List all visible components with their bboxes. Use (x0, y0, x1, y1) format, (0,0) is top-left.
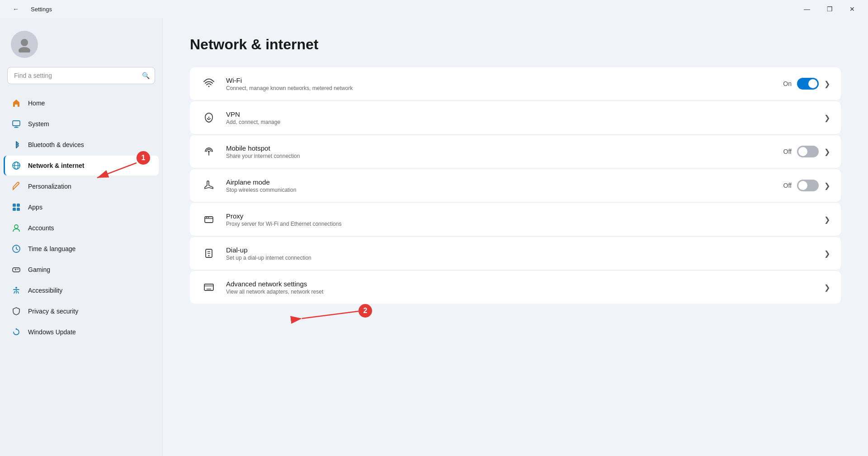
vpn-icon (201, 109, 217, 126)
wifi-text: Wi-FiConnect, manage known networks, met… (226, 76, 774, 91)
maximize-button[interactable]: ❐ (819, 2, 840, 16)
search-box: 🔍 (7, 67, 155, 84)
bluetooth-icon (11, 139, 22, 150)
vpn-controls: ❯ (824, 114, 830, 122)
sidebar-item-privacy[interactable]: Privacy & security (4, 301, 159, 321)
dialup-icon (201, 245, 217, 261)
sidebar-item-system[interactable]: System (4, 114, 159, 134)
wifi-chevron-icon: ❯ (824, 80, 830, 88)
sidebar-nav: HomeSystemBluetooth & devicesNetwork & i… (0, 91, 162, 344)
hotspot-chevron-icon: ❯ (824, 147, 830, 156)
hotspot-toggle[interactable] (797, 146, 819, 157)
dialup-controls: ❯ (824, 249, 830, 258)
airplane-text: Airplane modeStop wireless communication (226, 178, 774, 193)
sidebar-item-label-gaming: Gaming (28, 266, 50, 273)
sidebar-item-apps[interactable]: Apps (4, 197, 159, 217)
hotspot-controls: Off❯ (783, 146, 830, 157)
proxy-text: ProxyProxy server for Wi-Fi and Ethernet… (226, 212, 815, 227)
hotspot-title: Mobile hotspot (226, 144, 774, 152)
proxy-title: Proxy (226, 212, 815, 220)
proxy-controls: ❯ (824, 215, 830, 224)
sidebar-item-label-time: Time & language (28, 245, 75, 252)
hotspot-text: Mobile hotspotShare your internet connec… (226, 144, 774, 159)
svg-rect-7 (13, 204, 16, 207)
dialup-title: Dial-up (226, 246, 815, 254)
home-icon (11, 98, 22, 109)
airplane-desc: Stop wireless communication (226, 187, 774, 193)
sidebar-item-label-apps: Apps (28, 204, 42, 211)
sidebar-item-label-system: System (28, 120, 49, 128)
settings-item-dialup[interactable]: Dial-upSet up a dial-up internet connect… (190, 237, 841, 270)
accessibility-icon (11, 285, 22, 296)
settings-item-advanced[interactable]: Advanced network settingsView all networ… (190, 271, 841, 304)
advanced-desc: View all network adapters, network reset (226, 289, 815, 295)
accounts-icon (11, 223, 22, 233)
svg-point-26 (208, 255, 210, 256)
gaming-icon (11, 264, 22, 275)
dialup-chevron-icon: ❯ (824, 249, 830, 258)
airplane-title: Airplane mode (226, 178, 774, 186)
vpn-desc: Add, connect, manage (226, 119, 815, 125)
airplane-toggle-label: Off (783, 182, 792, 189)
sidebar-item-personalization[interactable]: Personalization (4, 176, 159, 196)
proxy-chevron-icon: ❯ (824, 215, 830, 224)
svg-point-15 (208, 86, 210, 87)
minimize-button[interactable]: — (797, 2, 817, 16)
wifi-icon (201, 76, 217, 92)
svg-rect-2 (13, 121, 20, 126)
sidebar: 🔍 HomeSystemBluetooth & devicesNetwork &… (0, 18, 163, 456)
settings-item-vpn[interactable]: VPNAdd, connect, manage❯ (190, 101, 841, 134)
search-input[interactable] (7, 67, 155, 84)
wifi-toggle-label: On (783, 80, 792, 87)
dialup-desc: Set up a dial-up internet connection (226, 255, 815, 261)
airplane-toggle[interactable] (797, 180, 819, 191)
update-icon (11, 327, 22, 337)
sidebar-item-home[interactable]: Home (4, 93, 159, 113)
sidebar-item-gaming[interactable]: Gaming (4, 260, 159, 280)
svg-point-21 (206, 217, 207, 218)
sidebar-user (0, 18, 162, 67)
sidebar-item-label-update: Windows Update (28, 328, 76, 336)
svg-rect-27 (204, 284, 213, 290)
settings-item-airplane[interactable]: Airplane modeStop wireless communication… (190, 169, 841, 202)
wifi-toggle[interactable] (797, 78, 819, 90)
airplane-toggle-thumb (798, 181, 807, 190)
svg-rect-10 (17, 208, 20, 211)
sidebar-item-label-home: Home (28, 100, 45, 107)
close-button[interactable]: ✕ (842, 2, 863, 16)
svg-rect-4 (14, 127, 19, 128)
advanced-icon (201, 279, 217, 295)
sidebar-item-label-privacy: Privacy & security (28, 308, 78, 315)
sidebar-item-label-accessibility: Accessibility (28, 287, 62, 294)
back-button[interactable]: ← (5, 2, 26, 16)
personalization-icon (11, 181, 22, 192)
apps-icon (11, 202, 22, 213)
sidebar-item-update[interactable]: Windows Update (4, 322, 159, 342)
sidebar-item-time[interactable]: Time & language (4, 239, 159, 259)
dialup-text: Dial-upSet up a dial-up internet connect… (226, 246, 815, 261)
app-body: 🔍 HomeSystemBluetooth & devicesNetwork &… (0, 18, 868, 456)
settings-item-wifi[interactable]: Wi-FiConnect, manage known networks, met… (190, 67, 841, 100)
hotspot-icon (201, 143, 217, 160)
vpn-title: VPN (226, 110, 815, 118)
advanced-controls: ❯ (824, 283, 830, 292)
sidebar-item-bluetooth[interactable]: Bluetooth & devices (4, 135, 159, 155)
svg-point-0 (21, 39, 28, 46)
svg-point-22 (208, 217, 209, 218)
sidebar-item-label-personalization: Personalization (28, 183, 71, 190)
avatar (11, 31, 38, 58)
time-icon (11, 243, 22, 254)
svg-rect-9 (13, 208, 16, 211)
sidebar-item-accessibility[interactable]: Accessibility (4, 280, 159, 300)
settings-item-hotspot[interactable]: Mobile hotspotShare your internet connec… (190, 135, 841, 168)
sidebar-item-accounts[interactable]: Accounts (4, 218, 159, 238)
vpn-text: VPNAdd, connect, manage (226, 110, 815, 125)
search-icon: 🔍 (142, 72, 150, 79)
settings-item-proxy[interactable]: ProxyProxy server for Wi-Fi and Ethernet… (190, 203, 841, 236)
system-icon (11, 119, 22, 129)
advanced-chevron-icon: ❯ (824, 283, 830, 292)
sidebar-item-network[interactable]: Network & internet (4, 156, 159, 176)
airplane-chevron-icon: ❯ (824, 181, 830, 190)
svg-point-14 (15, 287, 17, 289)
title-bar: ← Settings — ❐ ✕ (0, 0, 868, 18)
